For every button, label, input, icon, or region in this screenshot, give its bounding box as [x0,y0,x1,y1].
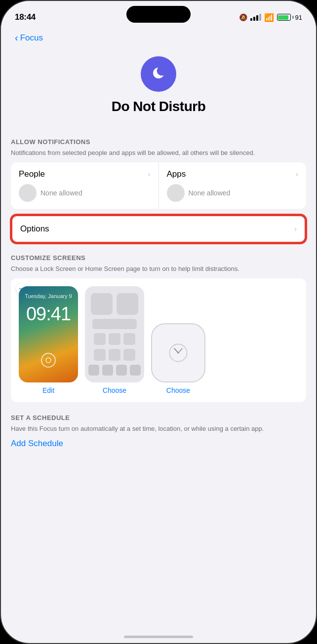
schedule-description: Have this Focus turn on automatically at… [11,424,306,433]
allow-notifications-label: ALLOW NOTIFICATIONS [11,138,306,146]
apps-chevron-icon: › [296,170,298,179]
apps-status: None allowed [167,184,299,202]
signal-bar-3 [256,15,258,21]
signal-bar-4 [259,14,261,21]
watch-face-item[interactable]: Choose [151,323,205,394]
hs-dock-row [88,365,141,376]
apps-label: Apps [167,169,186,179]
svg-point-4 [177,352,179,354]
hs-sm-1 [94,333,106,345]
status-time: 18:44 [15,12,36,22]
back-button[interactable]: ‹ Focus [15,33,302,43]
battery-body [277,14,291,21]
watch-face-choose-label: Choose [166,386,190,394]
signal-bar-1 [250,18,252,21]
hs-sm-3 [123,333,135,345]
apps-column[interactable]: Apps › None allowed [159,162,307,209]
people-chevron-icon: › [148,170,150,179]
hs-dock-1 [88,365,99,376]
schedule-label: SET A SCHEDULE [11,414,306,421]
watch-placeholder [151,323,205,382]
battery-fill [278,15,288,20]
apps-status-text: None allowed [189,189,231,197]
mute-icon: 🔕 [239,13,247,21]
hs-sm-4 [94,349,106,361]
options-label: Options [20,224,49,234]
dynamic-island [126,6,191,23]
people-header: People › [19,169,151,179]
lock-screen-preview: Tuesday, January 9 09:41 [19,286,78,382]
battery: 91 [277,14,302,21]
notifications-card: People › None allowed Apps › None allowe… [11,162,306,209]
nav-bar: ‹ Focus [1,28,316,46]
svg-line-2 [174,349,178,353]
hs-sm-row-2 [90,349,139,361]
hs-dock-3 [116,365,127,376]
hs-top-row [91,293,138,315]
home-screen-choose-label: Choose [103,386,126,394]
hs-block-1 [91,293,113,315]
page-title: Do Not Disturb [112,99,206,114]
phone-frame: 18:44 🔕 📶 91 [0,0,317,644]
watch-clock-icon [168,343,188,363]
customize-screens-label: CUSTOMIZE SCREENS [11,254,306,262]
activity-icon [45,357,52,364]
header-section: Do Not Disturb [11,46,306,126]
home-screen-item[interactable]: Choose [85,286,144,394]
ls-widget [19,353,78,368]
apps-header: Apps › [167,169,299,179]
dnd-icon [141,56,176,92]
options-chevron-icon: › [294,225,297,233]
screens-card: − Tuesday, January 9 09:41 Edit [11,278,306,402]
lock-screen-edit-label: Edit [42,386,54,394]
hs-sm-2 [109,333,120,345]
hs-sm-5 [109,349,120,361]
schedule-section: SET A SCHEDULE Have this Focus turn on a… [11,414,306,463]
signal-bars [250,14,261,21]
add-schedule-button[interactable]: Add Schedule [11,439,306,449]
lock-screen-wrapper: − Tuesday, January 9 09:41 [19,286,78,382]
wifi-icon: 📶 [264,13,274,22]
people-label: People [19,169,45,179]
people-status: None allowed [19,184,151,202]
status-icons: 🔕 📶 91 [239,13,302,22]
signal-bar-2 [253,17,255,21]
apps-status-circle [167,184,185,202]
moon-icon [149,65,168,83]
battery-tip [292,16,294,19]
lock-screen-item[interactable]: − Tuesday, January 9 09:41 Edit [19,286,78,394]
people-column[interactable]: People › None allowed [11,162,159,209]
hs-block-wide-1 [92,319,137,329]
hs-dock-4 [130,365,141,376]
allow-notifications-description: Notifications from selected people and a… [11,149,306,157]
back-label: Focus [20,33,43,43]
svg-line-3 [178,349,182,353]
people-status-text: None allowed [40,189,82,197]
svg-point-0 [46,358,51,363]
home-indicator [124,636,193,638]
ls-widget-circle [41,353,56,368]
options-row[interactable]: Options › [11,215,306,243]
back-chevron-icon: ‹ [15,32,18,43]
status-bar: 18:44 🔕 📶 91 [1,1,316,28]
people-status-circle [19,184,37,202]
hs-dock-2 [102,365,113,376]
ls-date: Tuesday, January 9 [19,293,78,299]
customize-screens-description: Choose a Lock Screen or Home Screen page… [11,265,306,273]
main-content: Do Not Disturb ALLOW NOTIFICATIONS Notif… [1,46,316,463]
hs-sm-6 [123,349,135,361]
home-screen-placeholder [85,286,144,382]
ls-time: 09:41 [19,303,78,325]
hs-block-2 [117,293,138,315]
battery-percentage: 91 [295,14,302,21]
hs-sm-row-1 [90,333,139,345]
screens-row: − Tuesday, January 9 09:41 Edit [19,286,298,394]
